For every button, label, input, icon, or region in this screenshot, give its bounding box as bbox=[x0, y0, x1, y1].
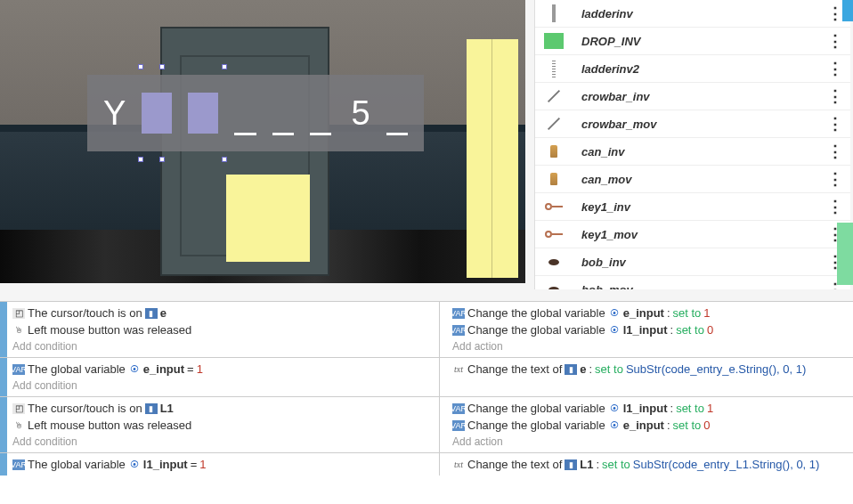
object-row-ladderinv[interactable]: ladderinv bbox=[535, 0, 850, 28]
object-name: key1_inv bbox=[581, 200, 825, 214]
condition-line[interactable]: VAR The global variable ⦿ e_input = 1 bbox=[12, 361, 435, 378]
event-row: VAR The global variable ⦿ e_input = 1Add… bbox=[0, 357, 853, 396]
scene-background: Y 5 bbox=[0, 0, 525, 283]
green-icon bbox=[542, 31, 565, 51]
underscore-3[interactable] bbox=[310, 133, 331, 135]
mouse-icon: 🖱 bbox=[12, 420, 25, 431]
mouse-icon: 🖱 bbox=[12, 325, 25, 336]
crowbar-icon bbox=[542, 114, 565, 134]
object-name: crowbar_inv bbox=[581, 90, 825, 103]
event-bar[interactable] bbox=[0, 358, 7, 396]
variable-icon: ⦿ bbox=[608, 325, 621, 336]
underscore-1[interactable] bbox=[234, 133, 256, 135]
object-menu-button[interactable] bbox=[825, 142, 843, 161]
action-line[interactable]: VAR Change the global variable ⦿ l1_inpu… bbox=[452, 400, 849, 417]
object-menu-button[interactable] bbox=[825, 31, 843, 51]
object-row-key1_inv[interactable]: key1_inv bbox=[535, 193, 850, 221]
conditions-column: ◰ The cursor/touch is on ▮ L1🖱 Left mous… bbox=[0, 397, 440, 452]
condition-line[interactable]: VAR The global variable ⦿ l1_input = 1 bbox=[12, 456, 435, 473]
object-menu-button[interactable] bbox=[825, 114, 843, 134]
selected-letter-box-2[interactable] bbox=[188, 93, 218, 134]
actions-column: txt Change the text of ▮ L1: set to SubS… bbox=[440, 453, 853, 476]
variable-icon: ⦿ bbox=[128, 364, 141, 375]
object-name: crowbar_mov bbox=[581, 118, 825, 131]
object-icon: ▮ bbox=[145, 308, 158, 319]
overlay-letter-y: Y bbox=[103, 94, 126, 133]
green-side-tab[interactable] bbox=[837, 223, 853, 285]
action-line[interactable]: VAR Change the global variable ⦿ e_input… bbox=[452, 417, 849, 434]
action-line[interactable]: VAR Change the global variable ⦿ e_input… bbox=[452, 305, 849, 321]
objects-panel: ladderinvDROP_INVladderinv2crowbar_invcr… bbox=[534, 0, 850, 289]
object-name: ladderinv bbox=[581, 7, 825, 20]
underscore-2[interactable] bbox=[272, 133, 294, 135]
object-row-bob_inv[interactable]: bob_inv bbox=[535, 248, 850, 276]
crowbar-icon bbox=[542, 86, 565, 106]
object-row-ladderinv2[interactable]: ladderinv2 bbox=[535, 55, 850, 83]
ladder2-icon bbox=[542, 59, 565, 78]
object-row-crowbar_inv[interactable]: crowbar_inv bbox=[535, 83, 850, 110]
object-row-can_mov[interactable]: can_mov bbox=[535, 166, 850, 193]
var-action-icon: VAR bbox=[452, 403, 465, 414]
text-action-icon: txt bbox=[452, 364, 465, 375]
condition-line[interactable]: 🖱 Left mouse button was released bbox=[12, 417, 435, 434]
yellow-block-center[interactable] bbox=[226, 175, 310, 262]
yellow-block-right[interactable] bbox=[467, 39, 518, 278]
object-menu-button[interactable] bbox=[825, 169, 843, 189]
ladder-icon bbox=[542, 4, 565, 23]
add-condition-link[interactable]: Add condition bbox=[12, 338, 435, 354]
object-row-crowbar_mov[interactable]: crowbar_mov bbox=[535, 110, 850, 138]
conditions-column: VAR The global variable ⦿ l1_input = 1 bbox=[0, 453, 440, 476]
object-name: bob_mov bbox=[581, 283, 825, 290]
variable-icon: ⦿ bbox=[128, 459, 141, 470]
bob-icon bbox=[542, 252, 565, 272]
variable-icon: ⦿ bbox=[608, 420, 621, 431]
object-icon: ▮ bbox=[565, 459, 577, 470]
selected-letter-box-1[interactable] bbox=[142, 93, 172, 134]
object-row-key1_mov[interactable]: key1_mov bbox=[535, 221, 850, 248]
object-name: DROP_INV bbox=[581, 35, 825, 48]
var-action-icon: VAR bbox=[12, 459, 25, 470]
action-line[interactable]: txt Change the text of ▮ e: set to SubSt… bbox=[452, 361, 849, 378]
event-row: ◰ The cursor/touch is on ▮ e🖱 Left mouse… bbox=[0, 301, 853, 357]
cursor-icon: ◰ bbox=[12, 403, 25, 414]
blue-side-tab[interactable] bbox=[842, 0, 853, 21]
object-row-bob_mov[interactable]: bob_mov bbox=[535, 276, 850, 289]
can-icon bbox=[542, 169, 565, 189]
object-menu-button[interactable] bbox=[825, 59, 843, 78]
underscore-4[interactable] bbox=[386, 133, 408, 135]
actions-column: txt Change the text of ▮ e: set to SubSt… bbox=[440, 358, 853, 396]
variable-icon: ⦿ bbox=[608, 308, 621, 319]
add-condition-link[interactable]: Add condition bbox=[12, 434, 435, 450]
key-icon bbox=[542, 224, 565, 244]
object-row-can_inv[interactable]: can_inv bbox=[535, 138, 850, 166]
add-action-link[interactable]: Add action bbox=[452, 434, 849, 450]
condition-line[interactable]: ◰ The cursor/touch is on ▮ L1 bbox=[12, 400, 435, 417]
object-icon: ▮ bbox=[565, 364, 577, 375]
event-bar[interactable] bbox=[0, 453, 7, 476]
conditions-column: VAR The global variable ⦿ e_input = 1Add… bbox=[0, 358, 440, 396]
object-menu-button[interactable] bbox=[825, 197, 843, 216]
object-name: key1_mov bbox=[581, 228, 825, 241]
condition-line[interactable]: ◰ The cursor/touch is on ▮ e bbox=[12, 305, 435, 321]
code-overlay[interactable]: Y 5 bbox=[87, 75, 424, 151]
object-name: ladderinv2 bbox=[581, 62, 825, 76]
object-menu-button[interactable] bbox=[825, 86, 843, 106]
cursor-icon: ◰ bbox=[12, 308, 25, 319]
can-icon bbox=[542, 142, 565, 161]
scene-editor[interactable]: Y 5 bbox=[0, 0, 525, 283]
event-bar[interactable] bbox=[0, 302, 7, 357]
var-action-icon: VAR bbox=[12, 364, 25, 375]
condition-line[interactable]: 🖱 Left mouse button was released bbox=[12, 321, 435, 338]
key-icon bbox=[542, 197, 565, 216]
action-line[interactable]: txt Change the text of ▮ L1: set to SubS… bbox=[452, 456, 849, 473]
object-name: bob_inv bbox=[581, 256, 825, 269]
action-line[interactable]: VAR Change the global variable ⦿ l1_inpu… bbox=[452, 321, 849, 338]
bob-icon bbox=[542, 280, 565, 289]
variable-icon: ⦿ bbox=[608, 403, 621, 414]
add-action-link[interactable]: Add action bbox=[452, 338, 849, 354]
add-condition-link[interactable]: Add condition bbox=[12, 378, 435, 394]
actions-column: VAR Change the global variable ⦿ e_input… bbox=[440, 302, 853, 357]
object-row-DROP_INV[interactable]: DROP_INV bbox=[535, 28, 850, 55]
event-bar[interactable] bbox=[0, 397, 7, 452]
object-menu-button[interactable] bbox=[825, 4, 843, 23]
